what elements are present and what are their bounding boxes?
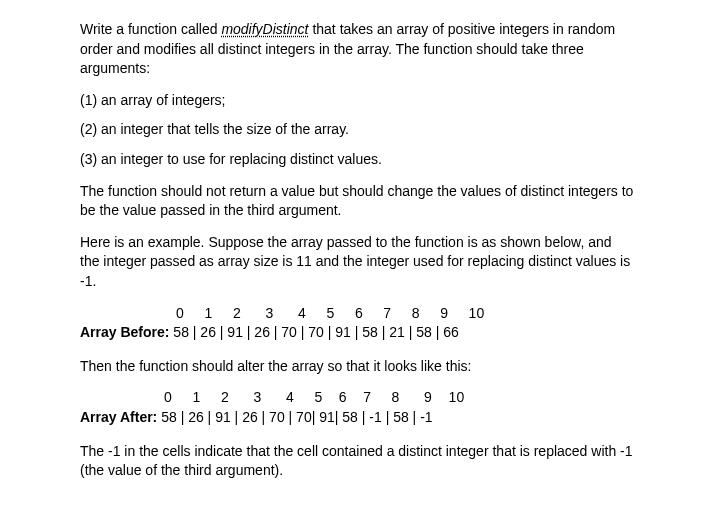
closing-paragraph: The -1 in the cells indicate that the ce… <box>80 442 634 481</box>
function-name: modifyDistinct <box>221 21 308 37</box>
before-values-row: Array Before: 58 | 26 | 91 | 26 | 70 | 7… <box>80 323 634 343</box>
arg-1: (1) an array of integers; <box>80 91 634 111</box>
argument-list: (1) an array of integers; (2) an integer… <box>80 91 634 170</box>
arg-3: (3) an integer to use for replacing dist… <box>80 150 634 170</box>
example-intro: Here is an example. Suppose the array pa… <box>80 233 634 292</box>
intro-paragraph: Write a function called modifyDistinct t… <box>80 20 634 79</box>
before-index-row: 0 1 2 3 4 5 6 7 8 9 10 <box>172 304 634 324</box>
after-values-row: Array After: 58 | 26 | 91 | 26 | 70 | 70… <box>80 408 634 428</box>
after-index-row: 0 1 2 3 4 5 6 7 8 9 10 <box>160 388 634 408</box>
before-values: 58 | 26 | 91 | 26 | 70 | 70 | 91 | 58 | … <box>169 324 458 340</box>
intro-pre: Write a function called <box>80 21 221 37</box>
before-label: Array Before: <box>80 324 169 340</box>
array-before-block: 0 1 2 3 4 5 6 7 8 9 10 Array Before: 58 … <box>80 304 634 343</box>
arg-2: (2) an integer that tells the size of th… <box>80 120 634 140</box>
after-values: 58 | 26 | 91 | 26 | 70 | 70| 91| 58 | -1… <box>157 409 432 425</box>
array-after-block: 0 1 2 3 4 5 6 7 8 9 10 Array After: 58 |… <box>80 388 634 427</box>
description: The function should not return a value b… <box>80 182 634 221</box>
after-label: Array After: <box>80 409 157 425</box>
then-paragraph: Then the function should alter the array… <box>80 357 634 377</box>
